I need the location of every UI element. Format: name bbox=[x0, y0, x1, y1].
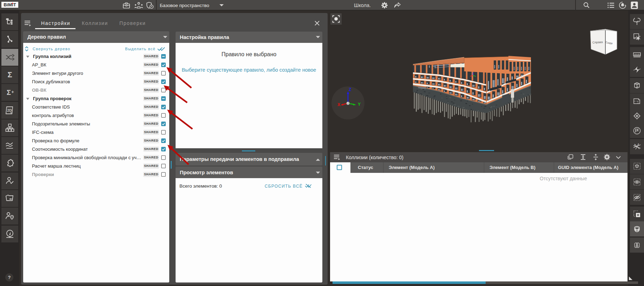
svg-text:2: 2 bbox=[638, 143, 639, 145]
svg-text:Y: Y bbox=[358, 102, 361, 107]
svg-text:2D: 2D bbox=[7, 109, 12, 112]
svg-text:X: X bbox=[337, 102, 340, 107]
svg-text:+: + bbox=[11, 89, 14, 95]
svg-text:Z: Z bbox=[349, 87, 351, 92]
svg-text:Справа: Справа bbox=[592, 40, 603, 44]
svg-text:Σ: Σ bbox=[7, 70, 12, 79]
svg-text:Σ: Σ bbox=[6, 89, 11, 96]
